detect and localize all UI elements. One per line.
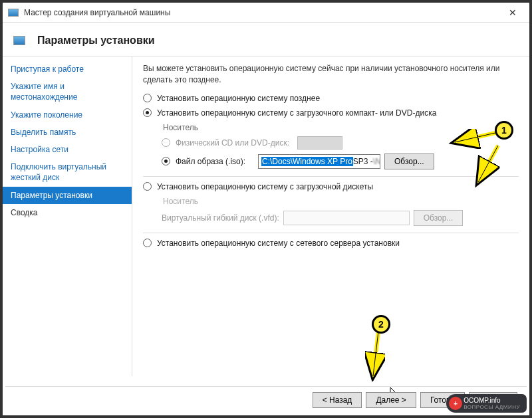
titlebar: Мастер создания виртуальной машины ✕	[3, 3, 529, 23]
next-button[interactable]: Далее >	[366, 392, 416, 408]
wizard-header: Параметры установки	[3, 23, 529, 53]
option-label: Установить операционную систему позднее	[157, 94, 320, 103]
iso-path-tail: \N	[373, 157, 380, 166]
sidebar-item-name[interactable]: Укажите имя и местонахождение	[3, 78, 132, 106]
option-install-netboot[interactable]: Установить операционную систему с сетево…	[143, 239, 519, 248]
sidebar-item-disk[interactable]: Подключить виртуальный жесткий диск	[3, 158, 132, 186]
option-label: Установить операционную систему с загруз…	[157, 182, 373, 191]
radio-icon	[143, 94, 152, 102]
wizard-body: Приступая к работе Укажите имя и местона…	[3, 56, 529, 376]
browse-vfd-button: Обзор...	[414, 210, 464, 226]
fieldset-legend: Носитель	[162, 197, 519, 206]
sidebar-item-summary: Сводка	[3, 204, 132, 221]
sidebar-item-install[interactable]: Параметры установки	[3, 187, 132, 204]
iso-path-rest: SP3 -	[353, 157, 373, 166]
watermark: + OCOMP.info ВОПРОСЫ АДМИНУ	[446, 394, 527, 413]
wizard-icon	[13, 36, 25, 45]
watermark-plus-icon: +	[449, 397, 462, 410]
vfd-path-input	[283, 211, 410, 225]
section-divider	[143, 233, 519, 233]
iso-path-selected: C:\Docs\Windows XP Pro	[261, 157, 353, 166]
iso-path-input[interactable]: C:\Docs\Windows XP Pro SP3 - \N	[258, 154, 380, 169]
radio-icon	[143, 182, 152, 191]
annotation-arrow	[365, 328, 385, 381]
annotation-marker-1: 1	[495, 121, 513, 140]
page-title: Параметры установки	[37, 35, 155, 47]
iso-label: Файл образа (.iso):	[176, 157, 254, 166]
svg-line-1	[455, 132, 498, 142]
floppy-fieldset: Носитель Виртуальный гибкий диск (.vfd):…	[162, 197, 519, 226]
sidebar-item-memory[interactable]: Выделить память	[3, 124, 132, 141]
window-icon	[8, 9, 19, 17]
option-install-floppy[interactable]: Установить операционную систему с загруз…	[143, 182, 519, 191]
watermark-sub: ВОПРОСЫ АДМИНУ	[464, 404, 520, 410]
radio-icon[interactable]	[162, 138, 170, 147]
physical-drive-label: Физический CD или DVD-диск:	[176, 138, 289, 148]
section-divider	[143, 176, 519, 177]
option-install-cddvd[interactable]: Установить операционную систему с загруз…	[143, 108, 519, 118]
svg-line-3	[478, 146, 498, 182]
sidebar-item-start[interactable]: Приступая к работе	[3, 60, 132, 78]
radio-icon[interactable]	[162, 157, 170, 165]
browse-iso-button[interactable]: Обзор...	[384, 154, 434, 169]
option-install-later[interactable]: Установить операционную систему позднее	[143, 94, 519, 103]
content-area: Вы можете установить операционную систем…	[132, 56, 529, 376]
description-text: Вы можете установить операционную систем…	[143, 63, 519, 86]
back-button[interactable]: < Назад	[313, 392, 362, 408]
sidebar-item-generation[interactable]: Укажите поколение	[3, 106, 132, 124]
sidebar-item-network[interactable]: Настройка сети	[3, 141, 132, 158]
watermark-main: OCOMP.info	[464, 397, 520, 404]
iso-row: Файл образа (.iso): C:\Docs\Windows XP P…	[162, 154, 519, 169]
option-label: Установить операционную систему с сетево…	[157, 239, 400, 248]
window-title: Мастер создания виртуальной машины	[24, 8, 501, 17]
annotation-arrow	[471, 142, 505, 189]
sidebar: Приступая к работе Укажите имя и местона…	[3, 56, 132, 376]
annotation-marker-2: 2	[372, 315, 390, 334]
vfd-label: Виртуальный гибкий диск (.vfd):	[162, 213, 279, 223]
radio-icon	[143, 239, 152, 247]
close-button[interactable]: ✕	[501, 5, 524, 20]
option-label: Установить операционную систему с загруз…	[157, 108, 436, 118]
vfd-row: Виртуальный гибкий диск (.vfd): Обзор...	[162, 210, 519, 226]
radio-icon	[143, 108, 152, 117]
physical-drive-dropdown	[297, 136, 342, 150]
